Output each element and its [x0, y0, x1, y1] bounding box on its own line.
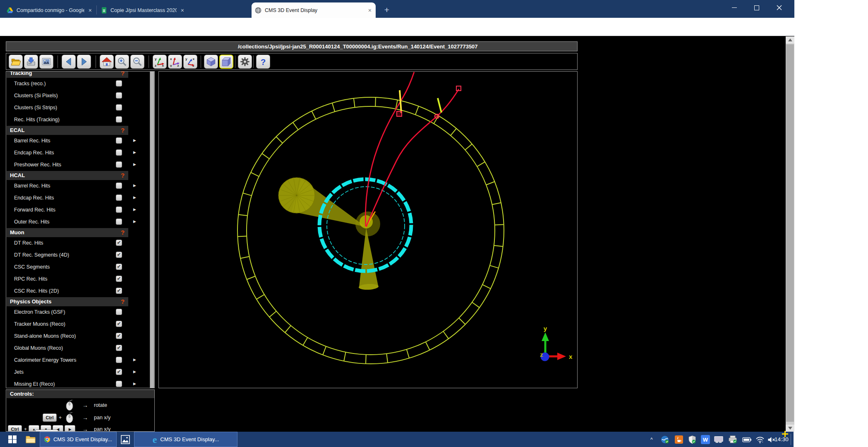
tab-google-drive[interactable]: Compartido conmigo - Google D ×	[3, 2, 96, 18]
zoom-in-button[interactable]	[115, 55, 129, 69]
scrollbar-thumb[interactable]	[786, 44, 794, 422]
sidebar-section-header: Tracking?	[7, 71, 128, 78]
layer-checkbox[interactable]: ✔	[116, 252, 122, 258]
page-scrollbar[interactable]	[786, 36, 794, 432]
expand-arrow-icon[interactable]: ▶	[133, 207, 136, 211]
event-3d-view[interactable]: y x z	[158, 71, 578, 388]
tab-title: Compartido conmigo - Google D	[17, 7, 84, 13]
new-tab-button[interactable]: +	[381, 5, 392, 15]
layer-checkbox[interactable]: ✔	[116, 369, 122, 375]
layer-checkbox[interactable]	[116, 219, 122, 225]
expand-arrow-icon[interactable]: ▶	[133, 162, 136, 166]
expand-arrow-icon[interactable]: ▶	[133, 150, 136, 154]
tray-wifi-icon[interactable]: *	[755, 435, 765, 444]
help-button[interactable]: ?	[256, 55, 270, 69]
open-file-button[interactable]	[9, 55, 23, 69]
taskbar-task-chrome[interactable]: CMS 3D Event Display...	[40, 432, 117, 447]
settings-button[interactable]	[238, 55, 252, 69]
expand-arrow-icon[interactable]: ▶	[133, 219, 136, 223]
tray-java-icon[interactable]	[674, 435, 683, 444]
layer-checkbox[interactable]	[116, 137, 122, 144]
expand-arrow-icon[interactable]: ▶	[133, 195, 136, 199]
event-display-canvas[interactable]: y x z	[159, 72, 577, 388]
globe-icon	[255, 7, 261, 14]
view-xy-axis-icon: yxz	[185, 56, 196, 67]
layer-checkbox[interactable]	[116, 183, 122, 189]
start-button[interactable]	[5, 432, 20, 447]
tray-print-queue-icon[interactable]	[728, 435, 737, 444]
layer-checkbox[interactable]: ✔	[116, 264, 122, 270]
expand-arrow-icon[interactable]: ▶	[133, 370, 136, 374]
sidebar-section-header: Physics Objects?	[7, 297, 128, 306]
window-maximize-button[interactable]	[747, 0, 766, 15]
tab-cms-event-display[interactable]: CMS 3D Event Display ×	[252, 2, 376, 18]
layer-checkbox[interactable]	[116, 149, 122, 156]
tray-monitor-app-icon[interactable]	[660, 435, 669, 444]
tray-battery-icon[interactable]	[742, 435, 751, 444]
next-event-button[interactable]	[77, 55, 91, 69]
layer-checkbox[interactable]: ✔	[116, 333, 122, 339]
section-help-icon[interactable]: ?	[121, 127, 125, 134]
sidebar-list: Tracking?Tracks (reco.)Clusters (Si Pixe…	[7, 71, 149, 388]
layer-checkbox[interactable]: ✔	[116, 276, 122, 282]
home-icon	[101, 56, 112, 67]
layer-checkbox[interactable]	[116, 161, 122, 168]
home-view-button[interactable]	[100, 55, 114, 69]
tab-close-icon[interactable]: ×	[180, 7, 185, 13]
layer-checkbox[interactable]	[116, 357, 122, 363]
layer-row: DT Rec. Segments (4D)✔	[7, 249, 149, 261]
tab-close-icon[interactable]: ×	[367, 7, 372, 13]
layer-row: Endcap Rec. Hits▶	[7, 192, 149, 204]
tray-display-icon[interactable]	[714, 435, 723, 444]
layer-checkbox[interactable]: ✔	[116, 345, 122, 351]
expand-arrow-icon[interactable]: ▶	[133, 183, 136, 187]
hidden-icons-button[interactable]: ^	[650, 432, 653, 447]
expand-arrow-icon[interactable]: ▶	[133, 138, 136, 142]
layer-checkbox[interactable]: ✔	[116, 288, 122, 294]
previous-event-button[interactable]	[62, 55, 76, 69]
screenshot-button[interactable]	[39, 55, 53, 69]
browser-address-bar: ← → i2u2.org/elab/cms/event-display/ ☆ ⋮	[0, 18, 794, 36]
layer-label: Barrel Rec. Hits	[14, 183, 50, 189]
layer-checkbox[interactable]	[116, 381, 122, 387]
view-xz-axis-button[interactable]: xyz	[168, 55, 182, 69]
layer-checkbox[interactable]	[116, 104, 122, 111]
section-title: Muon	[10, 229, 24, 236]
tray-defender-icon[interactable]	[688, 435, 697, 444]
section-help-icon[interactable]: ?	[121, 172, 125, 179]
taskbar-photos-button[interactable]	[118, 432, 132, 447]
layer-checkbox[interactable]	[116, 195, 122, 201]
section-help-icon[interactable]: ?	[121, 229, 125, 236]
expand-arrow-icon[interactable]: ▶	[133, 358, 136, 362]
tray-w-app-icon[interactable]: W	[701, 435, 710, 444]
view-xy-axis-button[interactable]: yxz	[183, 55, 197, 69]
minimize-icon	[732, 7, 737, 8]
layer-checkbox[interactable]	[116, 92, 122, 99]
window-close-button[interactable]	[770, 0, 789, 15]
import-event-button[interactable]	[24, 55, 38, 69]
section-help-icon[interactable]: ?	[121, 71, 125, 77]
scroll-up-icon	[788, 38, 792, 41]
sidebar-scrollbar[interactable]	[150, 72, 154, 388]
section-help-icon[interactable]: ?	[121, 298, 125, 305]
toolbar-separator	[253, 55, 254, 68]
file-explorer-button[interactable]	[23, 432, 38, 447]
expand-arrow-icon[interactable]: ▶	[133, 382, 136, 386]
zoom-in-icon	[117, 56, 127, 67]
layer-checkbox[interactable]	[116, 80, 122, 87]
tab-google-sheets[interactable]: Copie J/psi Masterclass 2020 - H ×	[98, 2, 188, 18]
layer-checkbox[interactable]	[116, 116, 122, 123]
layer-checkbox[interactable]	[116, 207, 122, 213]
tab-close-icon[interactable]: ×	[88, 7, 93, 13]
view-yx-axis-button[interactable]: yxz	[153, 55, 167, 69]
zoom-out-button[interactable]	[130, 55, 144, 69]
layer-checkbox[interactable]: ✔	[116, 321, 122, 327]
taskbar-task-edge[interactable]: e CMS 3D Event Display...	[134, 432, 237, 447]
orthographic-view-button[interactable]	[219, 55, 233, 69]
layer-label: CSC Segments	[14, 264, 50, 270]
layer-checkbox[interactable]	[116, 309, 122, 315]
layer-checkbox[interactable]: ✔	[116, 240, 122, 246]
window-minimize-button[interactable]	[725, 0, 744, 15]
perspective-view-button[interactable]	[204, 55, 218, 69]
scroll-up-button[interactable]	[786, 36, 794, 43]
